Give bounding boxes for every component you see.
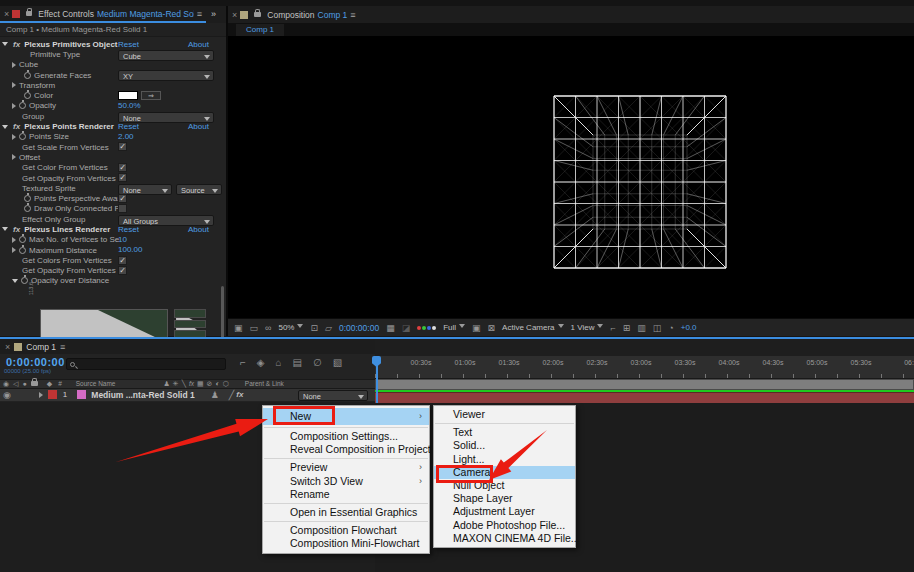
reset-link[interactable]: Reset: [118, 40, 139, 49]
collapse-triangle-icon[interactable]: [2, 227, 8, 231]
graph-editor-icon[interactable]: ▧: [333, 358, 342, 368]
stopwatch-icon[interactable]: [21, 277, 28, 284]
panel-menu-icon[interactable]: ≡: [350, 10, 355, 20]
pixel-aspect-icon[interactable]: ⊞: [623, 323, 631, 333]
snapshot-camera-icon[interactable]: ▦: [386, 323, 395, 333]
about-link[interactable]: About: [188, 40, 209, 49]
solid-color-swatch[interactable]: [77, 390, 86, 399]
layer-fx-icon[interactable]: fx: [236, 390, 243, 399]
viewer-timecode[interactable]: 0:00:00:00: [339, 323, 379, 333]
menu-item-composition-settings[interactable]: Composition Settings...: [263, 430, 429, 443]
maximum-distance-value[interactable]: 100.00: [118, 245, 142, 254]
lock-icon[interactable]: [254, 12, 261, 17]
magnification-dropdown[interactable]: 50%: [278, 323, 303, 332]
roi-icon[interactable]: ⊡: [310, 323, 318, 333]
flowchart-icon[interactable]: ◫: [653, 323, 662, 333]
layer-quality-icon[interactable]: ╱: [229, 390, 234, 400]
layer-row[interactable]: ◉ 1 Medium ...nta-Red Solid 1 ♟ ╱ fx ◎ N…: [0, 389, 375, 403]
submenu-item-cinema4d-file[interactable]: MAXON CINEMA 4D File...: [434, 532, 575, 545]
graph-preset-2[interactable]: [174, 320, 206, 329]
get-opacity2-checkbox[interactable]: ✓: [118, 266, 127, 275]
stopwatch-icon[interactable]: [19, 102, 26, 109]
opacity-over-distance-graph[interactable]: [40, 309, 168, 339]
get-scale-checkbox[interactable]: ✓: [118, 142, 127, 151]
effect-section-plexus-points[interactable]: fx Plexus Points Renderer Reset About: [0, 121, 222, 131]
expand-triangle-icon[interactable]: [12, 82, 16, 88]
timeline-search-field[interactable]: [66, 358, 226, 370]
hide-shy-icon[interactable]: ⌂: [276, 358, 282, 368]
motion-blur-switch-icon[interactable]: ⊘: [207, 379, 213, 389]
expand-triangle-icon[interactable]: [12, 247, 16, 253]
time-ruler[interactable]: 00:30s 01:00s 01:30s 02:00s 02:30s 03:00…: [375, 356, 914, 379]
get-color-checkbox[interactable]: ✓: [118, 163, 127, 172]
graph-preset-1[interactable]: [174, 309, 206, 318]
quality-switch-icon[interactable]: ╲: [182, 379, 186, 389]
effect-section-plexus-lines[interactable]: fx Plexus Lines Renderer Reset About: [0, 224, 222, 234]
composition-header[interactable]: × Composition Comp 1 ≡: [228, 6, 914, 23]
submenu-item-shape-layer[interactable]: Shape Layer: [434, 492, 575, 505]
submenu-item-text[interactable]: Text: [434, 426, 575, 439]
reset-link[interactable]: Reset: [118, 225, 139, 234]
close-icon[interactable]: ×: [232, 10, 237, 20]
frame-blend-icon[interactable]: ▤: [293, 358, 302, 368]
3d-switch-icon[interactable]: ⬡: [223, 379, 229, 389]
parent-link-column[interactable]: Parent & Link: [245, 380, 284, 387]
about-link[interactable]: About: [188, 225, 209, 234]
show-snapshot-icon[interactable]: ◪: [402, 323, 411, 333]
layer-expand-icon[interactable]: [39, 392, 43, 398]
number-column[interactable]: #: [58, 380, 62, 387]
work-area-bar[interactable]: [375, 379, 914, 390]
view-layout-dropdown[interactable]: 1 View: [571, 323, 604, 332]
submenu-item-viewer[interactable]: Viewer: [434, 408, 575, 421]
menu-item-composition-flowchart[interactable]: Composition Flowchart: [263, 524, 429, 537]
scrollbar[interactable]: [221, 286, 224, 338]
effect-controls-tab[interactable]: × Effect Controls Medium Magenta-Red Sol…: [0, 6, 206, 23]
fx-badge-icon[interactable]: fx: [13, 40, 20, 49]
effect-section-plexus-primitives[interactable]: fx Plexus Primitives Object Reset About: [0, 39, 222, 49]
color-swatch[interactable]: [118, 91, 138, 100]
source-name-column[interactable]: Source Name: [76, 380, 116, 387]
submenu-item-photoshop-file[interactable]: Adobe Photoshop File...: [434, 519, 575, 532]
fx-switch-icon[interactable]: fx: [189, 380, 194, 387]
fx-badge-icon[interactable]: fx: [13, 122, 20, 131]
exposure-icon[interactable]: ◔: [668, 323, 673, 333]
shy-switch-icon[interactable]: ♟: [164, 379, 170, 389]
close-icon[interactable]: ×: [4, 9, 9, 19]
fx-badge-icon[interactable]: fx: [13, 225, 20, 234]
exposure-value[interactable]: +0.0: [681, 323, 697, 332]
motion-blur-icon[interactable]: ∅: [313, 358, 322, 368]
max-vertices-value[interactable]: 10: [118, 235, 127, 244]
timeline-tab[interactable]: Comp 1: [26, 342, 56, 352]
menu-item-reveal-composition[interactable]: Reveal Composition in Project: [263, 443, 429, 456]
transparency-grid-icon[interactable]: ▱: [325, 323, 332, 333]
menu-item-switch-3d-view[interactable]: Switch 3D View ›: [263, 475, 429, 488]
label-column-icon[interactable]: ◆: [47, 379, 52, 389]
current-timecode[interactable]: 0:00:00:00: [6, 356, 65, 368]
stopwatch-icon[interactable]: [24, 205, 31, 212]
submenu-item-light[interactable]: Light...: [434, 453, 575, 466]
active-camera-dropdown[interactable]: Active Camera: [502, 323, 563, 332]
expand-triangle-icon[interactable]: [12, 62, 16, 68]
stopwatch-icon[interactable]: [24, 72, 31, 79]
audio-column-icon[interactable]: ◁: [13, 379, 18, 389]
frame-blend-switch-icon[interactable]: ▦: [197, 379, 204, 389]
collapse-triangle-icon[interactable]: [2, 42, 8, 46]
panel-menu-icon[interactable]: ≡: [197, 9, 202, 19]
expand-triangle-icon[interactable]: [12, 237, 16, 243]
expand-triangle-icon[interactable]: [12, 103, 16, 109]
layer-label-swatch[interactable]: [48, 390, 57, 399]
submenu-item-solid[interactable]: Solid...: [434, 439, 575, 452]
menu-item-open-essential-graphics[interactable]: Open in Essential Graphics: [263, 506, 429, 519]
collapse-switch-icon[interactable]: ✳: [173, 379, 179, 389]
region-icon[interactable]: ⊠: [488, 323, 496, 333]
reset-link[interactable]: Reset: [118, 122, 139, 131]
stopwatch-icon[interactable]: [19, 247, 26, 254]
lock-column-icon[interactable]: [31, 381, 38, 386]
layer-duration-bar[interactable]: [375, 392, 914, 403]
property-group-row[interactable]: Offset: [0, 152, 222, 162]
draw-only-connected-checkbox[interactable]: [118, 204, 127, 213]
property-group-row[interactable]: Transform: [0, 80, 222, 90]
menu-item-composition-mini-flowchart[interactable]: Composition Mini-Flowchart: [263, 537, 429, 550]
mini-flowchart-icon[interactable]: ⌐: [240, 358, 246, 368]
parent-dropdown[interactable]: None: [298, 390, 368, 401]
